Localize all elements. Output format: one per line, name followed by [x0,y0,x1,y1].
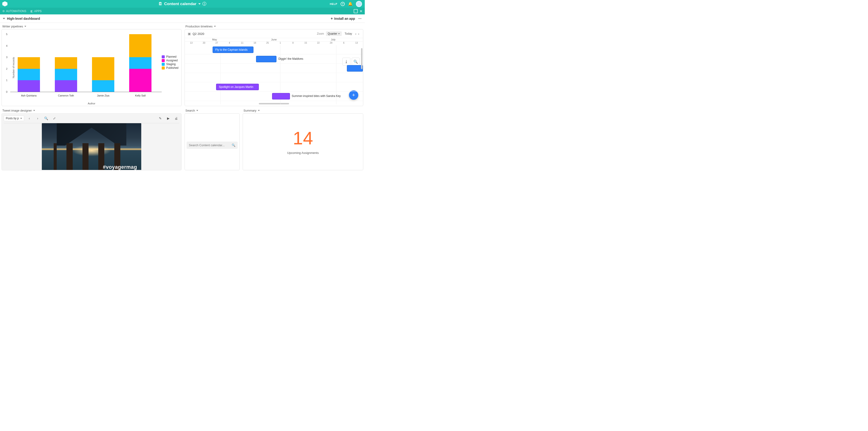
legend-swatch-icon [162,66,165,69]
timeline-vscrollbar[interactable] [361,48,363,69]
y-tick: 3 [6,56,7,59]
bar-segment[interactable] [129,57,152,69]
timeline-event[interactable] [256,56,277,62]
apps-link[interactable]: ◧ APPS [30,9,41,13]
timeline-event[interactable] [272,93,290,99]
timeline-hscrollbar[interactable] [259,103,289,105]
tweet-play-icon[interactable]: ▶ [165,116,172,120]
tweet-zoom-icon[interactable]: 🔍 [43,116,49,120]
zoom-label: Zoom [317,32,324,35]
main-grid: Writer pipelines Number of records Autho… [0,23,365,171]
automations-link[interactable]: ⚙ AUTOMATIONS [2,9,26,13]
timeline-grid[interactable]: ⭳ 🔍 + Fly to the Cayman IslandsDiggin' t… [185,45,363,105]
timeline-event[interactable]: Spotlight on Jacques Martin [216,84,259,90]
timeline-record-icon[interactable]: ▣ [188,32,191,35]
writer-pipelines-header[interactable]: Writer pipelines [0,23,183,29]
y-tick: 5 [6,33,7,35]
bar-segment[interactable] [55,57,77,69]
chevron-down-icon [196,110,198,111]
y-tick: 0 [6,90,7,93]
timeline-prev-icon[interactable]: ‹ [354,32,357,35]
scale-label: Quarter [328,32,337,35]
legend-item[interactable]: Published [162,66,179,69]
base-title-wrap[interactable]: 🗓 Content calendar ⓘ [158,1,207,6]
timeline-day: 22 [312,41,325,45]
x-tick-label: Jamie Ziya [85,94,122,97]
writer-pipelines-panel: Writer pipelines Number of records Autho… [0,23,183,107]
tweet-expand-icon[interactable]: ⤢ [51,116,58,120]
search-box[interactable]: 🔍 [187,142,238,149]
help-label[interactable]: HELP [330,3,337,5]
tweet-toolbar: Posts by p ‹ › 🔍 ⤢ ✎ ▶ 🖨 [2,114,181,123]
app-logo-icon[interactable] [2,1,7,6]
close-panel-icon[interactable]: ✕ [360,9,363,13]
timeline-row [185,64,363,73]
install-app-button[interactable]: + Install an app [331,17,355,21]
chart-body: Number of records Author 012345Ash Quint… [1,29,182,106]
legend-swatch-icon [162,55,165,58]
expand-icon[interactable]: ⛶ [353,9,358,13]
summary-panel: Summary 14 Upcoming Assignments [241,107,365,171]
tweet-image-preview[interactable]: #voyagermag [42,123,141,170]
bar-segment[interactable] [92,57,114,80]
bar-segment[interactable] [129,34,152,57]
timeline-label: Q2 2020 [193,32,204,35]
timeline-day: 11 [236,41,249,45]
tweet-view-selector[interactable]: Posts by p [4,116,24,121]
timeline-day: 15 [299,41,312,45]
bar-segment[interactable] [92,80,114,92]
chart-plot: 012345Ash QuintanaCameron TothJamie Ziya… [6,32,155,92]
legend-item[interactable]: Planned [162,55,179,58]
legend-item[interactable]: Staging [162,62,179,66]
tweet-print-icon[interactable]: 🖨 [173,116,179,120]
avatar[interactable] [356,1,362,7]
notifications-icon[interactable]: 🔔 [348,2,353,6]
bar-segment[interactable] [55,80,77,92]
chevron-down-icon [33,110,35,111]
today-button[interactable]: Today [345,32,352,35]
search-panel: Search 🔍 [183,107,241,171]
search-header[interactable]: Search [183,107,241,113]
timeline-day: 25 [261,41,274,45]
search-input[interactable] [189,143,231,147]
timeline-body: ▣ Q2 2020 Zoom Quarter Today ‹ › MayJune… [184,29,363,106]
timeline-day: 1 [274,41,287,45]
timeline-event[interactable] [347,65,363,71]
production-timelines-header[interactable]: Production timelines [183,23,365,29]
tweet-designer-body: Posts by p ‹ › 🔍 ⤢ ✎ ▶ 🖨 #voyagermag [1,113,182,170]
dashboard-bar: High-level dashboard + Install an app ⋯ [0,15,365,23]
timeline-header: ▣ Q2 2020 Zoom Quarter Today ‹ › [185,30,363,38]
bar-segment[interactable] [129,69,152,92]
legend-item[interactable]: Assigned [162,59,179,62]
timeline-row [185,73,363,82]
more-menu-icon[interactable]: ⋯ [358,17,362,21]
chevron-down-icon [258,110,260,111]
summary-label: Upcoming Assignments [243,151,363,154]
x-tick-label: Ash Quintana [10,94,48,97]
topbar-right: HELP ? 🔔 [330,1,365,7]
bar-segment[interactable] [18,69,40,81]
x-axis-label: Author [2,102,181,105]
tweet-prev-icon[interactable]: ‹ [26,116,33,120]
base-title-caret-icon[interactable] [198,3,200,5]
bar-segment[interactable] [55,69,77,81]
chevron-down-icon [338,33,340,34]
timeline-event[interactable]: Fly to the Cayman Islands [213,47,253,53]
help-icon[interactable]: ? [341,2,345,6]
search-body: 🔍 [184,113,240,170]
calendar-icon: 🗓 [158,2,162,6]
timeline-next-icon[interactable]: › [357,32,360,35]
bar-segment[interactable] [18,80,40,92]
dashboard-caret-icon[interactable] [3,18,5,19]
tweet-next-icon[interactable]: › [34,116,41,120]
tweet-designer-header[interactable]: Tweet image designer [0,107,183,113]
bar-segment[interactable] [18,57,40,69]
x-tick-label: Kelly Sall [122,94,159,97]
tweet-edit-icon[interactable]: ✎ [157,116,163,120]
info-icon[interactable]: ⓘ [203,1,206,6]
summary-header[interactable]: Summary [241,107,365,113]
scale-selector[interactable]: Quarter [326,31,342,36]
install-app-label: Install an app [334,17,355,21]
timeline-month: May [185,38,244,41]
search-title: Search [185,109,195,112]
